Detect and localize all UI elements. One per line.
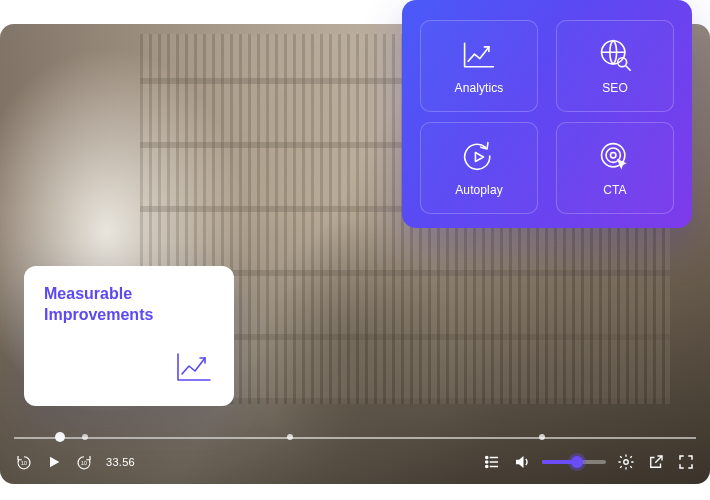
svg-point-13: [611, 153, 616, 158]
chapter-marker[interactable]: [82, 434, 88, 440]
chapter-marker[interactable]: [539, 434, 545, 440]
player-bar: 10 10 33.56: [0, 428, 710, 484]
progress-line: [14, 437, 696, 439]
time-display: 33.56: [106, 456, 135, 468]
globe-search-icon: [597, 37, 633, 73]
replay-play-icon: [461, 139, 497, 175]
progress-playhead[interactable]: [55, 432, 65, 442]
progress-track[interactable]: [14, 428, 696, 446]
svg-text:10: 10: [81, 460, 87, 466]
target-click-icon: [597, 139, 633, 175]
settings-button[interactable]: [616, 452, 636, 472]
improvements-title-line: Measurable: [44, 284, 214, 305]
improvements-card: Measurable Improvements: [24, 266, 234, 406]
improvements-title: Measurable Improvements: [44, 284, 214, 326]
controls-row: 10 10 33.56: [14, 446, 696, 478]
feature-seo[interactable]: SEO: [556, 20, 674, 112]
feature-label: SEO: [602, 81, 628, 95]
play-button[interactable]: [44, 452, 64, 472]
feature-panel: Analytics SEO Autoplay: [402, 0, 692, 228]
svg-point-4: [486, 461, 488, 463]
volume-button[interactable]: [512, 452, 532, 472]
volume-knob[interactable]: [571, 456, 583, 468]
svg-point-8: [624, 460, 629, 465]
feature-label: CTA: [603, 183, 626, 197]
feature-autoplay[interactable]: Autoplay: [420, 122, 538, 214]
svg-point-6: [486, 465, 488, 467]
feature-analytics[interactable]: Analytics: [420, 20, 538, 112]
svg-point-2: [486, 456, 488, 458]
fullscreen-button[interactable]: [676, 452, 696, 472]
rewind-10-button[interactable]: 10: [14, 452, 34, 472]
chart-up-icon: [461, 37, 497, 73]
share-button[interactable]: [646, 452, 666, 472]
svg-text:10: 10: [21, 460, 27, 466]
feature-cta[interactable]: CTA: [556, 122, 674, 214]
chart-up-icon: [174, 350, 214, 388]
chapter-marker[interactable]: [287, 434, 293, 440]
feature-label: Autoplay: [455, 183, 503, 197]
volume-slider[interactable]: [542, 460, 606, 464]
forward-10-button[interactable]: 10: [74, 452, 94, 472]
chapters-button[interactable]: [482, 452, 502, 472]
improvements-title-line: Improvements: [44, 305, 214, 326]
feature-label: Analytics: [455, 81, 504, 95]
